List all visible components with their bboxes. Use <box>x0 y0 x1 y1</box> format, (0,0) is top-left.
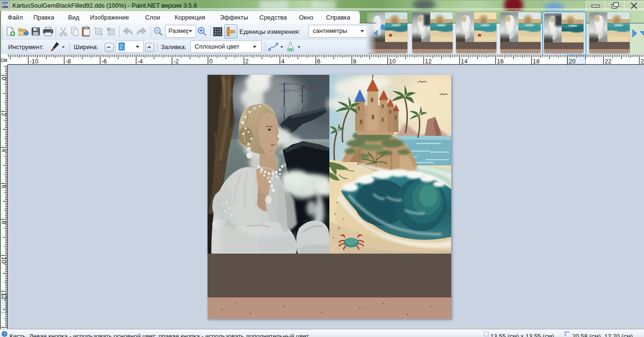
svg-text:10: 10 <box>0 257 8 264</box>
svg-text:-10: -10 <box>30 58 39 65</box>
svg-text:10: 10 <box>389 58 396 65</box>
svg-text:24: 24 <box>641 58 644 65</box>
svg-text:4: 4 <box>281 58 285 65</box>
svg-text:6: 6 <box>0 185 8 188</box>
svg-text:-2: -2 <box>173 58 179 65</box>
svg-text:0: 0 <box>0 77 8 80</box>
svg-text:6: 6 <box>317 58 320 65</box>
svg-text:4: 4 <box>0 149 8 152</box>
svg-text:18: 18 <box>533 58 539 65</box>
svg-text:12: 12 <box>0 293 8 299</box>
svg-text:8: 8 <box>0 221 8 224</box>
svg-text:?: ? <box>3 332 6 337</box>
svg-text:8: 8 <box>353 58 357 65</box>
svg-text:16: 16 <box>497 58 504 65</box>
svg-text:12: 12 <box>425 58 432 65</box>
svg-text:2: 2 <box>245 58 248 65</box>
svg-text:-6: -6 <box>101 58 107 65</box>
svg-text:0: 0 <box>209 58 213 65</box>
svg-text:22: 22 <box>604 58 611 65</box>
svg-text:-4: -4 <box>138 58 143 65</box>
svg-text:-8: -8 <box>65 58 71 65</box>
svg-text:2: 2 <box>0 113 8 116</box>
svg-text:14: 14 <box>461 58 467 65</box>
svg-text:20: 20 <box>569 58 575 65</box>
